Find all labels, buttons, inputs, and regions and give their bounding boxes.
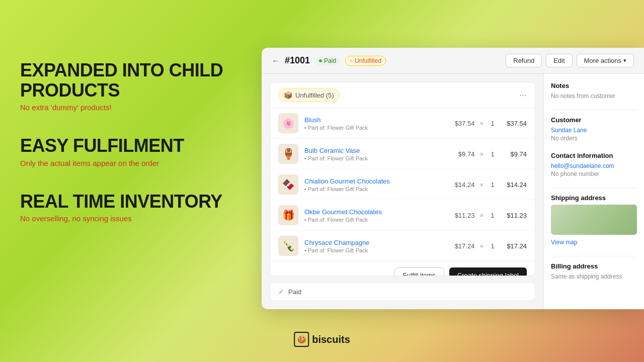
item-image: 🌸 bbox=[278, 113, 298, 133]
feature-child-products: Expanded into child products No extra 'd… bbox=[20, 60, 236, 112]
item-unit-price: $11.23 bbox=[449, 212, 474, 219]
unfulfilled-badge: Unfulfilled bbox=[345, 56, 386, 66]
paid-check-icon: ✓ bbox=[278, 288, 284, 296]
customer-section: Customer Sundae Lane No orders bbox=[551, 116, 637, 142]
refund-button[interactable]: Refund bbox=[506, 54, 542, 67]
item-quantity: 1 bbox=[489, 120, 497, 127]
item-total-price: $17.24 bbox=[502, 242, 527, 250]
item-name[interactable]: Blush bbox=[304, 116, 443, 124]
item-total-price: $14.24 bbox=[502, 181, 527, 189]
card-body: 📦 Unfulfilled (5) ··· 🌸 Blush Part of: F… bbox=[262, 74, 644, 309]
create-shipping-label-button[interactable]: Create shipping label bbox=[449, 267, 527, 276]
header-actions: Refund Edit More actions bbox=[506, 54, 634, 67]
edit-button[interactable]: Edit bbox=[546, 54, 572, 67]
item-pricing: $11.23 × 1 $11.23 bbox=[449, 212, 527, 219]
item-name[interactable]: Chrysace Champagne bbox=[304, 239, 443, 246]
package-icon: 📦 bbox=[284, 91, 292, 99]
customer-title: Customer bbox=[551, 116, 637, 124]
unfulfilled-badge-title: 📦 Unfulfilled (5) bbox=[278, 88, 340, 102]
item-unit-price: $37.54 bbox=[449, 120, 474, 127]
sidebar-divider-2 bbox=[551, 188, 637, 188]
contact-section: Contact information hello@sundaelane.com… bbox=[551, 152, 637, 177]
item-details: Okbe Gourmet Chocolates Part of: Flower … bbox=[304, 208, 443, 223]
header-left: ← #1001 Paid Unfulfilled bbox=[272, 55, 386, 66]
item-total-price: $37.54 bbox=[502, 120, 527, 127]
item-unit-price: $17.24 bbox=[449, 242, 474, 250]
item-details: Bulb Ceramic Vase Part of: Flower Gift P… bbox=[304, 147, 443, 161]
map-placeholder bbox=[551, 205, 637, 235]
customer-name-link[interactable]: Sundae Lane bbox=[551, 127, 637, 134]
item-unit-price: $9.74 bbox=[449, 150, 474, 158]
more-dots-icon[interactable]: ··· bbox=[519, 90, 527, 101]
view-map-link[interactable]: View map bbox=[551, 239, 637, 246]
notes-section: Notes No notes from customer bbox=[551, 82, 637, 100]
paid-label: Paid bbox=[288, 288, 301, 296]
section-header: 📦 Unfulfilled (5) ··· bbox=[270, 82, 535, 108]
item-name[interactable]: Okbe Gourmet Chocolates bbox=[304, 208, 443, 216]
contact-title: Contact information bbox=[551, 152, 637, 159]
billing-title: Billing address bbox=[551, 262, 637, 270]
shipping-title: Shipping address bbox=[551, 194, 637, 202]
fulfill-items-button[interactable]: Fulfill items bbox=[394, 267, 444, 276]
item-quantity: 1 bbox=[489, 181, 497, 189]
feature-title-1: Expanded into child products bbox=[20, 60, 236, 100]
item-image: 🏺 bbox=[278, 144, 298, 164]
item-details: Blush Part of: Flower Gift Pack bbox=[304, 116, 443, 131]
left-features: Expanded into child products No extra 'd… bbox=[20, 60, 236, 247]
brand-name: biscuits bbox=[312, 334, 350, 345]
feature-subtitle-1: No extra 'dummy' products! bbox=[20, 103, 236, 112]
sidebar-divider-3 bbox=[551, 256, 637, 256]
item-name[interactable]: Bulb Ceramic Vase bbox=[304, 147, 443, 154]
item-name[interactable]: Chialion Gourmet Chocolates bbox=[304, 177, 443, 185]
contact-phone: No phone number bbox=[551, 170, 637, 177]
contact-email-link[interactable]: hello@sundaelane.com bbox=[551, 162, 637, 169]
item-multiply-icon: × bbox=[479, 212, 484, 219]
more-actions-button[interactable]: More actions bbox=[577, 54, 634, 67]
item-parent: Part of: Flower Gift Pack bbox=[304, 125, 443, 131]
item-pricing: $17.24 × 1 $17.24 bbox=[449, 242, 527, 250]
order-detail-card: ← #1001 Paid Unfulfilled Refund Edit Mor… bbox=[262, 48, 644, 309]
item-multiply-icon: × bbox=[479, 120, 484, 127]
line-item: 🎁 Okbe Gourmet Chocolates Part of: Flowe… bbox=[270, 200, 535, 231]
item-pricing: $9.74 × 1 $9.74 bbox=[449, 150, 527, 158]
sidebar-divider-1 bbox=[551, 110, 637, 110]
biscuits-icon: 🍪 bbox=[294, 332, 309, 347]
line-item: 🍫 Chialion Gourmet Chocolates Part of: F… bbox=[270, 169, 535, 200]
item-quantity: 1 bbox=[489, 212, 497, 219]
paid-badge: Paid bbox=[315, 56, 340, 65]
main-content: 📦 Unfulfilled (5) ··· 🌸 Blush Part of: F… bbox=[262, 74, 543, 309]
section-footer: Fulfill items Create shipping label bbox=[270, 261, 535, 276]
billing-same-text: Same as shipping address bbox=[551, 273, 637, 280]
item-parent: Part of: Flower Gift Pack bbox=[304, 217, 443, 223]
item-details: Chrysace Champagne Part of: Flower Gift … bbox=[304, 239, 443, 253]
item-image: 🍾 bbox=[278, 236, 298, 256]
item-multiply-icon: × bbox=[479, 150, 484, 158]
biscuits-logo: 🍪 biscuits bbox=[294, 332, 350, 347]
shipping-section: Shipping address View map bbox=[551, 194, 637, 246]
item-multiply-icon: × bbox=[479, 181, 484, 189]
order-number: #1001 bbox=[285, 55, 310, 66]
unfulfilled-title: Unfulfilled (5) bbox=[295, 92, 334, 99]
line-item: 🏺 Bulb Ceramic Vase Part of: Flower Gift… bbox=[270, 139, 535, 169]
item-parent: Part of: Flower Gift Pack bbox=[304, 155, 443, 161]
item-quantity: 1 bbox=[489, 242, 497, 250]
item-details: Chialion Gourmet Chocolates Part of: Flo… bbox=[304, 177, 443, 192]
customer-orders: No orders bbox=[551, 135, 637, 142]
item-parent: Part of: Flower Gift Pack bbox=[304, 247, 443, 253]
item-image: 🎁 bbox=[278, 205, 298, 225]
paid-section: ✓ Paid bbox=[270, 282, 535, 301]
item-parent: Part of: Flower Gift Pack bbox=[304, 186, 443, 192]
line-item: 🌸 Blush Part of: Flower Gift Pack $37.54… bbox=[270, 108, 535, 139]
notes-text: No notes from customer bbox=[551, 93, 637, 100]
unfulfilled-section: 📦 Unfulfilled (5) ··· 🌸 Blush Part of: F… bbox=[270, 82, 535, 276]
notes-title: Notes bbox=[551, 82, 637, 89]
item-unit-price: $14.24 bbox=[449, 181, 474, 189]
item-multiply-icon: × bbox=[479, 242, 484, 250]
item-total-price: $9.74 bbox=[502, 150, 527, 158]
feature-subtitle-3: No overselling, no syncing issues bbox=[20, 214, 236, 223]
feature-fulfilment: Easy fulfilment Only the actual items ap… bbox=[20, 136, 236, 167]
back-arrow-icon[interactable]: ← bbox=[272, 56, 280, 65]
feature-inventory: Real time inventory No overselling, no s… bbox=[20, 192, 236, 223]
card-header: ← #1001 Paid Unfulfilled Refund Edit Mor… bbox=[262, 48, 644, 74]
item-pricing: $37.54 × 1 $37.54 bbox=[449, 120, 527, 127]
